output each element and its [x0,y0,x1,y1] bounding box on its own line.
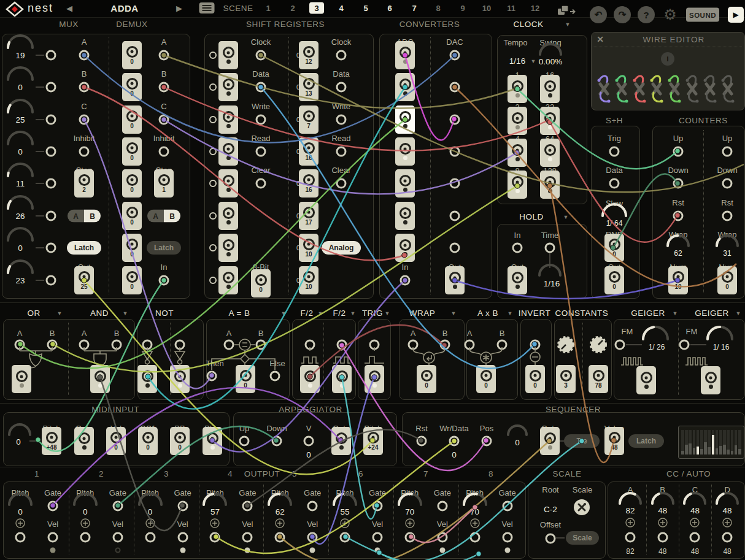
sr2-analog-button[interactable]: Analog [322,241,361,255]
counter-rst-port[interactable] [673,211,684,221]
dropdown-icon[interactable]: ▼ [508,310,513,316]
sr2-stage-cell[interactable]: 12 [299,41,318,69]
output-gate-port[interactable] [437,501,447,512]
scene-button-11[interactable]: 11 [507,4,515,13]
left-knob-port-5[interactable] [46,178,56,189]
dropdown-icon[interactable]: ▼ [451,310,457,316]
redo-button[interactable]: ↷ [614,6,631,23]
sh-out-cell[interactable]: 0 [604,266,624,294]
demux-output-port[interactable] [159,50,169,61]
mux-input-port[interactable] [79,147,90,157]
play-button[interactable]: ▶ [728,7,744,23]
sr2-stage-cell[interactable]: 10 [299,234,318,262]
geiger-out-cell[interactable] [701,366,720,394]
sr1-stage-cell[interactable] [218,137,238,166]
wire-editor-info-button[interactable]: i [661,52,674,66]
f2a-out-cell[interactable] [300,365,320,393]
counter-num-cell[interactable]: 10 [668,266,688,294]
f2b-in-port[interactable] [337,340,347,350]
output-pitch-port[interactable] [469,532,480,543]
scene-button-10[interactable]: 10 [482,4,491,13]
axb-out-cell[interactable]: 0 [476,365,496,393]
output-gate-port[interactable] [48,501,58,512]
midi-pitch-cell[interactable]: +48 [42,427,61,455]
sr2-stage-cell[interactable]: 16 [299,137,318,166]
dropdown-icon[interactable]: ▼ [673,310,678,316]
output-vel-port[interactable] [502,532,512,543]
dac-bit-port-5[interactable] [450,178,460,189]
arp-gate-cell[interactable] [331,427,351,455]
sr2-stage-cell[interactable]: 13 [299,73,318,101]
patch-menu-icon[interactable] [199,2,215,13]
sr1-tap-port[interactable] [209,116,217,123]
invert-out-cell[interactable]: 0 [525,365,545,393]
output-pitch-port[interactable] [210,532,220,543]
dac-bit-port-2[interactable] [450,82,460,93]
geiger-fm-port[interactable] [679,340,690,350]
clock-div-cell-16[interactable] [540,75,560,103]
dropdown-icon[interactable]: ▼ [565,21,571,28]
demux-value-cell[interactable]: 0 [122,137,142,166]
f2b-out-cell[interactable] [332,365,352,393]
scale-quantize-button[interactable]: Scale [566,531,599,545]
cc-port[interactable] [722,532,733,543]
midi-gate-cell[interactable] [74,427,94,455]
output-vel-port[interactable] [177,532,188,543]
dropdown-icon[interactable]: ▼ [385,310,390,316]
sr2-stage-cell[interactable]: 16 [299,169,318,198]
sh-trig-port[interactable] [609,147,620,157]
demux-value-cell[interactable]: 0 [122,266,142,294]
geiger-out-cell[interactable] [636,366,656,394]
midi-play-cell[interactable] [203,427,222,455]
sr2-stage-cell[interactable]: 17 [299,202,318,230]
output-gate-port[interactable] [307,501,318,512]
f2a-in-port[interactable] [305,340,315,350]
and-b-port[interactable] [112,340,122,350]
or-b-port[interactable] [47,340,58,350]
wrap-a-port[interactable] [408,340,419,350]
arp-up-port[interactable] [239,436,250,447]
output-gate-port[interactable] [502,501,512,512]
counter-down-port[interactable] [722,178,733,189]
adc-bit-cell-4[interactable] [395,137,415,166]
clock-div-cell-8[interactable] [508,171,527,199]
seq-gate-cell[interactable] [540,427,560,455]
demux-value-cell[interactable]: 0 [122,234,142,262]
constant-out-cell-1[interactable]: 3 [556,365,576,393]
midi-pb-cell[interactable]: 0 [170,427,190,455]
and-out-cell[interactable] [90,365,110,393]
demux-output-port[interactable] [159,115,169,125]
adc-bit-cell-1[interactable] [395,41,415,69]
demux-value-cell[interactable]: 0 [122,105,142,134]
not2-out-cell[interactable] [170,365,190,393]
output-vel-port[interactable] [112,532,123,543]
scene-button-8[interactable]: 8 [436,4,440,13]
aeb-a-port[interactable] [224,340,234,350]
midi-cc1-cell[interactable]: 0 [138,427,158,455]
mux-step-cell[interactable]: 2 [74,169,94,198]
dac-out-cell[interactable] [445,266,465,294]
scene-button-5[interactable]: 5 [363,4,368,13]
arp-down-port[interactable] [272,436,282,447]
scene-button-6[interactable]: 6 [387,4,392,13]
trig-in-port[interactable] [369,340,380,350]
sr1-tap-port[interactable] [209,244,217,251]
counter-num-cell[interactable]: 0 [717,266,737,294]
hold-in-port[interactable] [512,243,523,253]
output-gate-port[interactable] [373,501,383,512]
sr1-stage-cell[interactable] [218,73,238,101]
clock-div-cell-64[interactable] [540,139,560,167]
adc-bit-cell-7[interactable] [395,234,415,262]
dropdown-icon[interactable]: ▼ [736,310,741,316]
sr2-data-port[interactable] [336,82,347,93]
sr2-stage-cell[interactable]: 10 [299,266,318,294]
left-knob-port-4[interactable] [46,147,56,157]
sr1-stage-cell[interactable] [218,266,238,294]
demux-in-port[interactable] [159,275,169,286]
scale-edit-button[interactable] [574,499,590,515]
dac-bit-port-1[interactable] [450,50,460,61]
dac-bit-port-4[interactable] [450,147,460,157]
adc-bit-cell-6[interactable] [395,202,415,230]
next-patch-button[interactable]: ▶ [176,4,182,13]
dropdown-icon[interactable]: ▼ [350,310,356,316]
